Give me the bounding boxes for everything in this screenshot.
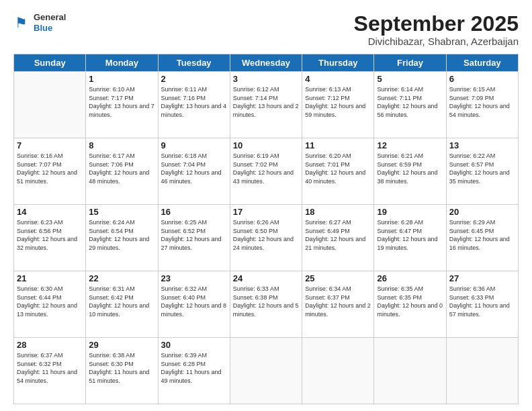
cell-day-number: 19 xyxy=(377,207,443,217)
cell-info: Sunrise: 6:11 AMSunset: 7:16 PMDaylight:… xyxy=(161,85,227,119)
cell-day-number: 4 xyxy=(305,74,371,84)
col-saturday: Saturday xyxy=(446,54,518,72)
cell-info: Sunrise: 6:15 AMSunset: 7:09 PMDaylight:… xyxy=(449,85,515,119)
cell-day-number: 17 xyxy=(233,207,299,217)
table-row: 5Sunrise: 6:14 AMSunset: 7:11 PMDaylight… xyxy=(374,72,446,138)
table-row: 22Sunrise: 6:31 AMSunset: 6:42 PMDayligh… xyxy=(86,271,158,338)
table-row: 10Sunrise: 6:19 AMSunset: 7:02 PMDayligh… xyxy=(230,138,302,205)
logo-general: General xyxy=(34,12,66,23)
table-row: 7Sunrise: 6:16 AMSunset: 7:07 PMDaylight… xyxy=(14,138,86,205)
table-row xyxy=(302,338,374,404)
calendar-location: Divichibazar, Shabran, Azerbaijan xyxy=(354,36,519,47)
cell-day-number: 22 xyxy=(89,273,154,283)
table-row: 6Sunrise: 6:15 AMSunset: 7:09 PMDaylight… xyxy=(446,72,518,138)
calendar-week-row: 14Sunrise: 6:23 AMSunset: 6:56 PMDayligh… xyxy=(14,205,519,271)
table-row: 20Sunrise: 6:29 AMSunset: 6:45 PMDayligh… xyxy=(446,205,518,271)
table-row: 9Sunrise: 6:18 AMSunset: 7:04 PMDaylight… xyxy=(158,138,230,205)
cell-day-number: 24 xyxy=(233,273,299,283)
col-friday: Friday xyxy=(374,54,446,72)
table-row xyxy=(446,338,518,404)
cell-info: Sunrise: 6:33 AMSunset: 6:38 PMDaylight:… xyxy=(233,285,299,318)
col-tuesday: Tuesday xyxy=(158,54,230,72)
cell-info: Sunrise: 6:34 AMSunset: 6:37 PMDaylight:… xyxy=(305,285,371,318)
table-row: 19Sunrise: 6:28 AMSunset: 6:47 PMDayligh… xyxy=(374,205,446,271)
cell-info: Sunrise: 6:31 AMSunset: 6:42 PMDaylight:… xyxy=(89,285,154,318)
table-row: 3Sunrise: 6:12 AMSunset: 7:14 PMDaylight… xyxy=(230,72,302,138)
cell-day-number: 8 xyxy=(89,140,154,150)
table-row: 15Sunrise: 6:24 AMSunset: 6:54 PMDayligh… xyxy=(86,205,158,271)
table-row: 17Sunrise: 6:26 AMSunset: 6:50 PMDayligh… xyxy=(230,205,302,271)
cell-day-number: 5 xyxy=(377,74,443,84)
calendar-title: September 2025 xyxy=(354,12,519,36)
cell-day-number: 16 xyxy=(161,207,227,217)
cell-day-number: 12 xyxy=(377,140,443,150)
cell-info: Sunrise: 6:32 AMSunset: 6:40 PMDaylight:… xyxy=(161,285,227,318)
cell-info: Sunrise: 6:19 AMSunset: 7:02 PMDaylight:… xyxy=(233,152,299,185)
table-row: 24Sunrise: 6:33 AMSunset: 6:38 PMDayligh… xyxy=(230,271,302,338)
cell-info: Sunrise: 6:36 AMSunset: 6:33 PMDaylight:… xyxy=(449,285,515,318)
cell-info: Sunrise: 6:21 AMSunset: 6:59 PMDaylight:… xyxy=(377,152,443,185)
cell-info: Sunrise: 6:30 AMSunset: 6:44 PMDaylight:… xyxy=(17,285,83,318)
cell-info: Sunrise: 6:18 AMSunset: 7:04 PMDaylight:… xyxy=(161,152,227,185)
cell-info: Sunrise: 6:26 AMSunset: 6:50 PMDaylight:… xyxy=(233,218,299,252)
logo-icon: ⚑ xyxy=(13,13,32,32)
table-row: 30Sunrise: 6:39 AMSunset: 6:28 PMDayligh… xyxy=(158,338,230,404)
cell-info: Sunrise: 6:10 AMSunset: 7:17 PMDaylight:… xyxy=(89,85,154,119)
cell-info: Sunrise: 6:13 AMSunset: 7:12 PMDaylight:… xyxy=(305,85,371,119)
cell-day-number: 30 xyxy=(161,340,227,350)
cell-day-number: 21 xyxy=(17,273,83,283)
table-row: 23Sunrise: 6:32 AMSunset: 6:40 PMDayligh… xyxy=(158,271,230,338)
calendar-week-row: 28Sunrise: 6:37 AMSunset: 6:32 PMDayligh… xyxy=(14,338,519,404)
table-row: 1Sunrise: 6:10 AMSunset: 7:17 PMDaylight… xyxy=(86,72,158,138)
cell-day-number: 2 xyxy=(161,74,227,84)
cell-day-number: 11 xyxy=(305,140,371,150)
col-monday: Monday xyxy=(86,54,158,72)
cell-day-number: 27 xyxy=(449,273,515,283)
cell-info: Sunrise: 6:24 AMSunset: 6:54 PMDaylight:… xyxy=(89,218,154,252)
table-row: 28Sunrise: 6:37 AMSunset: 6:32 PMDayligh… xyxy=(14,338,86,404)
table-row: 16Sunrise: 6:25 AMSunset: 6:52 PMDayligh… xyxy=(158,205,230,271)
col-thursday: Thursday xyxy=(302,54,374,72)
cell-day-number: 25 xyxy=(305,273,371,283)
cell-day-number: 10 xyxy=(233,140,299,150)
table-row: 14Sunrise: 6:23 AMSunset: 6:56 PMDayligh… xyxy=(14,205,86,271)
cell-day-number: 6 xyxy=(449,74,515,84)
table-row: 26Sunrise: 6:35 AMSunset: 6:35 PMDayligh… xyxy=(374,271,446,338)
cell-info: Sunrise: 6:12 AMSunset: 7:14 PMDaylight:… xyxy=(233,85,299,119)
cell-info: Sunrise: 6:37 AMSunset: 6:32 PMDaylight:… xyxy=(17,351,83,385)
table-row: 4Sunrise: 6:13 AMSunset: 7:12 PMDaylight… xyxy=(302,72,374,138)
cell-info: Sunrise: 6:20 AMSunset: 7:01 PMDaylight:… xyxy=(305,152,371,185)
table-row: 18Sunrise: 6:27 AMSunset: 6:49 PMDayligh… xyxy=(302,205,374,271)
cell-info: Sunrise: 6:25 AMSunset: 6:52 PMDaylight:… xyxy=(161,218,227,252)
cell-day-number: 3 xyxy=(233,74,299,84)
cell-day-number: 7 xyxy=(17,140,83,150)
calendar-week-row: 21Sunrise: 6:30 AMSunset: 6:44 PMDayligh… xyxy=(14,271,519,338)
cell-info: Sunrise: 6:22 AMSunset: 6:57 PMDaylight:… xyxy=(449,152,515,185)
cell-info: Sunrise: 6:35 AMSunset: 6:35 PMDaylight:… xyxy=(377,285,443,318)
cell-day-number: 9 xyxy=(161,140,227,150)
cell-info: Sunrise: 6:14 AMSunset: 7:11 PMDaylight:… xyxy=(377,85,443,119)
calendar-header-row: Sunday Monday Tuesday Wednesday Thursday… xyxy=(14,54,519,72)
svg-text:⚑: ⚑ xyxy=(15,14,28,30)
logo-blue: Blue xyxy=(34,23,66,34)
table-row xyxy=(374,338,446,404)
cell-day-number: 14 xyxy=(17,207,83,217)
cell-day-number: 15 xyxy=(89,207,154,217)
table-row: 25Sunrise: 6:34 AMSunset: 6:37 PMDayligh… xyxy=(302,271,374,338)
cell-info: Sunrise: 6:16 AMSunset: 7:07 PMDaylight:… xyxy=(17,152,83,185)
table-row: 13Sunrise: 6:22 AMSunset: 6:57 PMDayligh… xyxy=(446,138,518,205)
calendar-week-row: 7Sunrise: 6:16 AMSunset: 7:07 PMDaylight… xyxy=(14,138,519,205)
table-row: 8Sunrise: 6:17 AMSunset: 7:06 PMDaylight… xyxy=(86,138,158,205)
table-row xyxy=(230,338,302,404)
cell-info: Sunrise: 6:38 AMSunset: 6:30 PMDaylight:… xyxy=(89,351,154,385)
cell-info: Sunrise: 6:29 AMSunset: 6:45 PMDaylight:… xyxy=(449,218,515,252)
cell-info: Sunrise: 6:39 AMSunset: 6:28 PMDaylight:… xyxy=(161,351,227,385)
table-row: 29Sunrise: 6:38 AMSunset: 6:30 PMDayligh… xyxy=(86,338,158,404)
cell-day-number: 20 xyxy=(449,207,515,217)
calendar-week-row: 1Sunrise: 6:10 AMSunset: 7:17 PMDaylight… xyxy=(14,72,519,138)
cell-day-number: 28 xyxy=(17,340,83,350)
table-row: 21Sunrise: 6:30 AMSunset: 6:44 PMDayligh… xyxy=(14,271,86,338)
cell-day-number: 26 xyxy=(377,273,443,283)
cell-info: Sunrise: 6:28 AMSunset: 6:47 PMDaylight:… xyxy=(377,218,443,252)
cell-day-number: 1 xyxy=(89,74,154,84)
